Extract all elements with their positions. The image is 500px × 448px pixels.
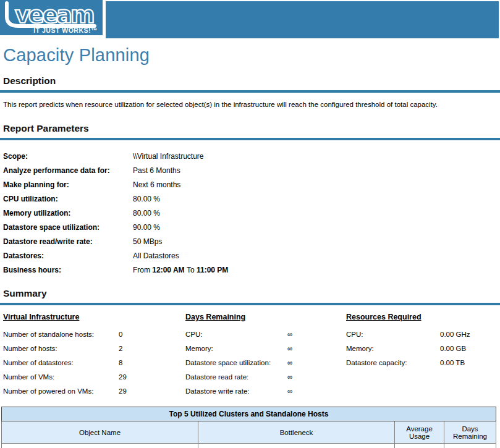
summary-column-heading: Virtual Infrastructure [3, 313, 185, 321]
summary-label: Memory: [346, 345, 440, 352]
table-title-row: Top 5 Utilized Clusters and Standalone H… [2, 407, 496, 421]
description-rule [0, 90, 500, 93]
summary-value: 0.00 TB [440, 359, 465, 366]
parameter-label: Memory utilization: [3, 209, 133, 218]
page-title: Capacity Planning [3, 45, 500, 66]
summary-row: Number of datastores: 8 [3, 355, 185, 370]
parameter-label: Datastores: [3, 251, 133, 260]
summary-row: Number of VMs: 29 [3, 370, 185, 384]
report-parameters-rule [0, 138, 500, 140]
parameter-value: 80.00 % [133, 195, 160, 203]
summary-value: 0 [119, 331, 122, 338]
summary-label: CPU: [346, 331, 440, 338]
parameter-label: Business hours: [3, 266, 133, 274]
top5-utilized-table: Top 5 Utilized Clusters and Standalone H… [1, 407, 496, 448]
table-row: cluster01.tech.local CPU usage 14.01 % ∞ [2, 444, 496, 448]
summary-row: Datastore read rate: ∞ [185, 370, 346, 384]
report-parameters-section: Report Parameters Scope: \\Virtual Infra… [0, 123, 500, 277]
summary-column-resources-required: Resources Required CPU: 0.00 GHz Memory:… [346, 313, 500, 398]
summary-column-virtual-infrastructure: Virtual Infrastructure Number of standal… [3, 313, 185, 398]
business-hours-from-word: From [133, 266, 150, 274]
business-hours-to-word: To [187, 266, 195, 274]
parameter-row-business-hours: Business hours: From 12:00 AM To 11:00 P… [3, 263, 500, 277]
summary-value: 0.00 GHz [440, 331, 470, 338]
summary-label: Datastore write rate: [185, 387, 287, 395]
summary-row: Memory: 0.00 GB [346, 341, 500, 355]
summary-value: ∞ [287, 359, 292, 366]
parameter-label: Datastore space utilization: [3, 223, 133, 232]
parameter-label: Analyze performance data for: [3, 166, 133, 175]
summary-value: 29 [119, 387, 127, 395]
summary-label: Number of datastores: [3, 359, 119, 366]
description-section: Description This report predicts when re… [0, 75, 500, 108]
parameter-label: Make planning for: [3, 180, 133, 189]
business-hours-start: 12:00 AM [152, 266, 184, 274]
summary-row: Memory: ∞ [185, 341, 346, 355]
parameter-value: 90.00 % [133, 223, 160, 232]
summary-value: 0.00 GB [440, 345, 466, 352]
parameter-value: Next 6 months [133, 180, 180, 189]
column-header-days-remaining: Days Remaining [444, 421, 496, 444]
parameter-value: From 12:00 AM To 11:00 PM [133, 266, 228, 274]
summary-row: CPU: ∞ [185, 327, 346, 341]
summary-label: Number of hosts: [3, 345, 119, 352]
summary-label: Number of standalone hosts: [3, 331, 119, 338]
summary-row: Number of standalone hosts: 0 [3, 327, 185, 341]
veeam-banner: veeam IT JUST WORKS!™ [0, 0, 500, 38]
summary-column-days-remaining: Days Remaining CPU: ∞ Memory: ∞ Datastor… [185, 313, 346, 398]
parameter-row: Memory utilization: 80.00 % [3, 206, 500, 220]
column-header-bottleneck: Bottleneck [198, 421, 395, 444]
veeam-logo-graphic: veeam IT JUST WORKS!™ [0, 0, 103, 35]
summary-row: Number of powered on VMs: 29 [3, 384, 185, 398]
summary-label: Number of VMs: [3, 373, 119, 381]
summary-value: ∞ [287, 373, 292, 381]
parameter-value: \\Virtual Infrastructure [133, 152, 204, 161]
parameter-value: 50 MBps [133, 237, 162, 246]
parameter-value: Past 6 Months [133, 166, 180, 175]
business-hours-end: 11:00 PM [197, 266, 228, 274]
summary-row: Datastore space utilization: ∞ [185, 355, 346, 370]
summary-label: Number of powered on VMs: [3, 387, 119, 395]
report-parameters-heading: Report Parameters [3, 123, 500, 134]
parameter-label: Datastore read/write rate: [3, 237, 133, 246]
parameter-row: Scope: \\Virtual Infrastructure [3, 149, 500, 163]
summary-label: CPU: [185, 331, 287, 338]
table-title: Top 5 Utilized Clusters and Standalone H… [2, 407, 496, 421]
table-header-row: Object Name Bottleneck Average Usage Day… [2, 421, 496, 444]
parameter-row: Analyze performance data for: Past 6 Mon… [3, 163, 500, 177]
summary-label: Datastore read rate: [185, 373, 287, 381]
parameter-list: Scope: \\Virtual Infrastructure Analyze … [3, 149, 500, 277]
summary-row: CPU: 0.00 GHz [346, 327, 500, 341]
description-text: This report predicts when resource utili… [3, 101, 500, 108]
summary-value: ∞ [287, 387, 292, 395]
parameter-row: Datastores: All Datastores [3, 248, 500, 263]
description-heading: Description [3, 75, 500, 87]
parameter-row: CPU utilization: 80.00 % [3, 192, 500, 206]
banner-bar [106, 1, 499, 38]
parameter-label: Scope: [3, 152, 133, 161]
summary-value: 8 [119, 359, 122, 366]
summary-heading: Summary [3, 288, 500, 299]
summary-columns: Virtual Infrastructure Number of standal… [3, 313, 500, 398]
summary-column-heading: Days Remaining [185, 313, 346, 321]
summary-row: Datastore write rate: ∞ [185, 384, 346, 398]
parameter-value: All Datastores [133, 251, 179, 260]
cell-object-name: cluster01.tech.local [2, 444, 198, 448]
summary-value: 2 [119, 345, 122, 352]
summary-value: ∞ [287, 345, 292, 352]
column-header-average-usage: Average Usage [395, 421, 444, 444]
parameter-row: Datastore space utilization: 90.00 % [3, 220, 500, 234]
logo-tagline: IT JUST WORKS!™ [33, 27, 98, 34]
summary-row: Datastore capacity: 0.00 TB [346, 355, 500, 370]
summary-label: Datastore space utilization: [185, 359, 287, 366]
logo-wordmark: veeam [15, 1, 93, 28]
column-header-object-name: Object Name [2, 421, 198, 444]
parameter-value: 80.00 % [133, 209, 160, 218]
summary-section: Summary Virtual Infrastructure Number of… [0, 288, 500, 398]
veeam-logo: veeam IT JUST WORKS!™ [0, 0, 103, 35]
summary-row: Number of hosts: 2 [3, 341, 185, 355]
parameter-row: Datastore read/write rate: 50 MBps [3, 234, 500, 248]
summary-label: Memory: [185, 345, 287, 352]
summary-value: 29 [119, 373, 127, 381]
cell-bottleneck: CPU usage [198, 444, 395, 448]
